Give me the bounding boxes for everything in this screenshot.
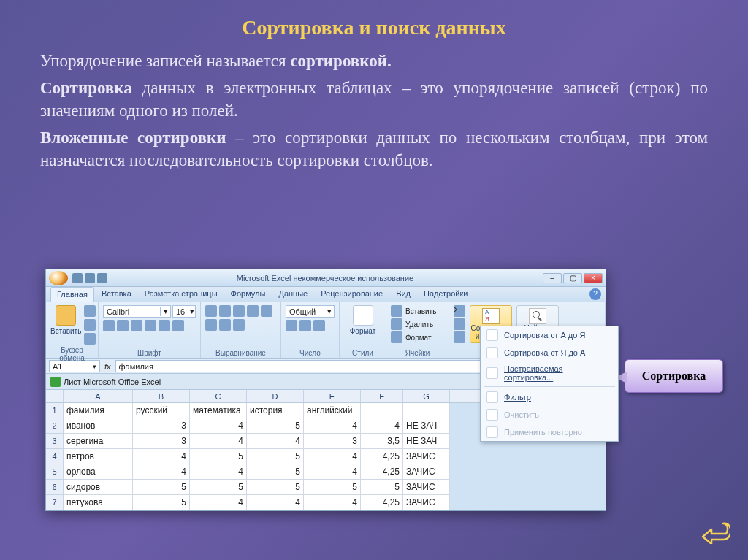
cell[interactable]: 4 xyxy=(304,418,361,434)
currency-icon[interactable] xyxy=(286,320,297,331)
cell[interactable]: ЗАЧИС xyxy=(403,495,450,510)
select-all-corner[interactable] xyxy=(46,390,64,402)
cell[interactable]: НЕ ЗАЧ xyxy=(403,434,450,449)
cell[interactable]: 4 xyxy=(247,434,304,449)
cell[interactable]: 4,25 xyxy=(361,464,403,480)
cell[interactable]: сидоров xyxy=(64,480,133,495)
cell[interactable]: ЗАЧИС xyxy=(403,464,450,480)
return-button[interactable] xyxy=(701,519,730,544)
undo-icon[interactable] xyxy=(85,273,95,283)
col-C[interactable]: C xyxy=(190,390,247,402)
col-A[interactable]: A xyxy=(64,390,133,402)
cell[interactable]: 4,25 xyxy=(361,449,403,464)
row-header[interactable]: 5 xyxy=(46,464,64,480)
italic-icon[interactable] xyxy=(117,320,129,331)
cell[interactable]: 4 xyxy=(133,464,190,480)
cell[interactable]: русский xyxy=(133,403,190,418)
cell[interactable] xyxy=(403,403,450,418)
cell[interactable]: ЗАЧИС xyxy=(403,480,450,495)
cell[interactable]: 4 xyxy=(190,418,247,434)
format-painter-icon[interactable] xyxy=(84,333,96,345)
cell[interactable]: математика xyxy=(190,403,247,418)
save-icon[interactable] xyxy=(72,273,83,283)
cell[interactable]: 5 xyxy=(190,480,247,495)
cell[interactable]: орлова xyxy=(64,464,133,480)
font-name-combo[interactable]: Calibri▾ xyxy=(103,305,171,318)
tab-formulas[interactable]: Формулы xyxy=(225,287,272,302)
fill-color-icon[interactable] xyxy=(159,320,170,331)
percent-icon[interactable] xyxy=(299,320,311,331)
tab-addins[interactable]: Надстройки xyxy=(418,287,473,302)
cell[interactable]: 5 xyxy=(133,480,190,495)
minimize-button[interactable]: – xyxy=(543,273,562,283)
menu-filter[interactable]: Фильтр xyxy=(481,388,618,406)
merge-icon[interactable] xyxy=(233,319,245,331)
cell[interactable]: НЕ ЗАЧ xyxy=(403,418,450,434)
tab-view[interactable]: Вид xyxy=(390,287,416,302)
tab-insert[interactable]: Вставка xyxy=(96,287,137,302)
cells-insert-button[interactable]: Вставить xyxy=(391,305,436,317)
cell[interactable]: 4 xyxy=(361,418,403,434)
cells-delete-button[interactable]: Удалить xyxy=(391,318,433,330)
cell[interactable]: 5 xyxy=(304,480,361,495)
row-header[interactable]: 6 xyxy=(46,480,64,495)
bold-icon[interactable] xyxy=(103,320,115,331)
align-right-icon[interactable] xyxy=(219,319,231,331)
col-D[interactable]: D xyxy=(247,390,304,402)
cell[interactable]: ЗАЧИС xyxy=(403,449,450,464)
font-color-icon[interactable] xyxy=(172,320,184,331)
fx-label[interactable]: fx xyxy=(100,362,115,371)
cell[interactable]: петров xyxy=(64,449,133,464)
row-header[interactable]: 2 xyxy=(46,418,64,434)
redo-icon[interactable] xyxy=(97,273,107,283)
align-middle-icon[interactable] xyxy=(219,305,231,317)
col-E[interactable]: E xyxy=(304,390,361,402)
format-as-table-button[interactable]: Формат xyxy=(344,305,381,335)
cell[interactable]: 4 xyxy=(190,495,247,510)
cell[interactable]: фамилия xyxy=(64,403,133,418)
cell[interactable] xyxy=(361,403,403,418)
font-size-combo[interactable]: 16▾ xyxy=(172,305,196,318)
align-bottom-icon[interactable] xyxy=(233,305,245,317)
cell[interactable]: иванов xyxy=(64,418,133,434)
cell[interactable]: 5 xyxy=(247,464,304,480)
tab-data[interactable]: Данные xyxy=(272,287,313,302)
autosum-icon[interactable]: Σ xyxy=(454,305,465,317)
cell[interactable]: 3,5 xyxy=(361,434,403,449)
cell[interactable]: 5 xyxy=(247,480,304,495)
paste-button[interactable]: Вставить xyxy=(50,305,81,335)
comma-icon[interactable] xyxy=(313,320,325,331)
menu-sort-za[interactable]: Сортировка от Я до А xyxy=(481,344,618,361)
tab-home[interactable]: Главная xyxy=(50,287,94,302)
wrap-text-icon[interactable] xyxy=(247,305,259,317)
fill-icon[interactable] xyxy=(454,318,465,330)
close-button[interactable]: × xyxy=(584,273,603,283)
maximize-button[interactable]: ▢ xyxy=(563,273,582,283)
col-F[interactable]: F xyxy=(361,390,403,402)
cell[interactable]: 4 xyxy=(304,449,361,464)
cell[interactable]: 3 xyxy=(133,434,190,449)
cell[interactable]: 3 xyxy=(133,418,190,434)
tab-page-layout[interactable]: Разметка страницы xyxy=(139,287,224,302)
border-icon[interactable] xyxy=(145,320,156,331)
cell[interactable]: 4 xyxy=(247,495,304,510)
cell[interactable]: 5 xyxy=(247,449,304,464)
col-B[interactable]: B xyxy=(133,390,190,402)
tab-review[interactable]: Рецензирование xyxy=(315,287,389,302)
help-icon[interactable]: ? xyxy=(589,288,601,300)
clear-icon[interactable] xyxy=(454,331,465,343)
number-format-combo[interactable]: Общий▾ xyxy=(286,305,335,318)
align-center-icon[interactable] xyxy=(205,319,217,331)
cell[interactable]: 4 xyxy=(190,434,247,449)
cell[interactable]: 4,25 xyxy=(361,495,403,510)
cell[interactable]: 4 xyxy=(133,449,190,464)
cell[interactable]: 4 xyxy=(190,464,247,480)
cell[interactable]: серегина xyxy=(64,434,133,449)
copy-icon[interactable] xyxy=(84,319,96,331)
cell[interactable]: 5 xyxy=(247,418,304,434)
align-left-icon[interactable] xyxy=(261,305,272,317)
col-G[interactable]: G xyxy=(403,390,450,402)
menu-sort-az[interactable]: Сортировка от А до Я xyxy=(481,326,618,344)
row-header[interactable]: 3 xyxy=(46,434,64,449)
row-header[interactable]: 4 xyxy=(46,449,64,464)
